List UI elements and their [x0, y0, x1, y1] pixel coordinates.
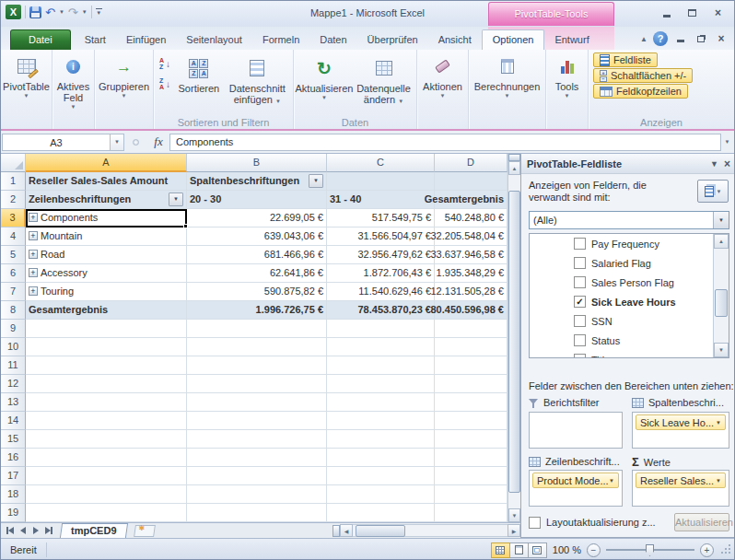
cell-D12[interactable]	[435, 375, 508, 393]
workbook-close-button[interactable]: ×	[714, 32, 729, 45]
cell-C4[interactable]: 31.566.504,97 €	[327, 228, 435, 246]
row-header-17[interactable]: 17	[1, 467, 26, 485]
row-header-18[interactable]: 18	[1, 485, 26, 504]
datenquelle-aendern-button[interactable]: Datenquelle ändern ▼	[354, 53, 414, 112]
cell-B15[interactable]	[187, 430, 327, 449]
first-sheet-icon[interactable]	[4, 525, 16, 537]
name-box-dropdown-icon[interactable]: ▼	[111, 134, 124, 151]
checkbox[interactable]	[574, 334, 586, 346]
cell-D18[interactable]	[435, 485, 508, 504]
tab-formeln[interactable]: Formeln	[252, 30, 309, 50]
name-box[interactable]: A3	[2, 134, 111, 151]
row-header-9[interactable]: 9	[1, 320, 26, 338]
berechnungen-button[interactable]: Berechnungen ▼	[470, 52, 544, 111]
zoom-slider[interactable]	[606, 549, 694, 551]
cell-A13[interactable]	[26, 393, 187, 412]
cell-D3[interactable]: 540.248,80 €	[435, 209, 508, 228]
row-header-13[interactable]: 13	[1, 393, 26, 412]
column-header-A[interactable]: A	[26, 154, 187, 172]
checkbox[interactable]	[574, 257, 586, 269]
schaltflaechen-toggle[interactable]: +− Schaltflächen +/-	[593, 68, 693, 83]
pane-close-icon[interactable]: ×	[724, 158, 730, 170]
cell-C12[interactable]	[327, 375, 435, 393]
field-pill-reseller-sales[interactable]: Reseller Sales... ▼	[636, 472, 726, 488]
previous-sheet-icon[interactable]	[17, 525, 29, 537]
field-item[interactable]: SSN	[530, 311, 729, 331]
update-button[interactable]: Aktualisieren	[674, 513, 729, 531]
cell-A7[interactable]: +Touring	[26, 283, 187, 301]
cell-C9[interactable]	[327, 320, 435, 338]
cell-A14[interactable]	[26, 412, 187, 430]
cell-B18[interactable]	[187, 485, 327, 504]
scroll-right-icon[interactable]: ▶	[508, 524, 520, 537]
sortieren-button[interactable]: AZ ZA Sortieren	[175, 53, 223, 112]
row-header-7[interactable]: 7	[1, 283, 26, 301]
select-all-corner[interactable]	[1, 154, 26, 172]
cell-B16[interactable]	[187, 449, 327, 467]
horizontal-scroll-thumb[interactable]	[356, 525, 405, 537]
cell-B17[interactable]	[187, 467, 327, 485]
workbook-restore-button[interactable]	[694, 32, 708, 45]
row-header-11[interactable]: 11	[1, 356, 26, 375]
cell-B2[interactable]: 20 - 30	[187, 191, 327, 209]
scroll-up-icon[interactable]: ▲	[714, 234, 729, 249]
page-layout-view-button[interactable]	[509, 542, 529, 558]
pane-menu-icon[interactable]: ▼	[710, 159, 718, 169]
row-header-1[interactable]: 1	[1, 172, 26, 191]
defer-layout-checkbox[interactable]	[529, 517, 541, 529]
split-handle[interactable]	[508, 154, 520, 161]
resize-grip[interactable]	[719, 544, 730, 555]
last-sheet-icon[interactable]	[42, 525, 54, 537]
feldliste-toggle[interactable]: Feldliste	[593, 52, 658, 67]
cell-C8[interactable]: 78.453.870,23 €	[327, 301, 435, 320]
horizontal-scrollbar[interactable]	[353, 524, 508, 537]
cell-C1[interactable]	[327, 172, 435, 191]
scroll-up-icon[interactable]: ▲	[508, 161, 520, 175]
scroll-down-icon[interactable]: ▼	[714, 343, 729, 357]
field-item[interactable]: ✓Sick Leave Hours	[530, 292, 729, 311]
tab-start[interactable]: Start	[75, 30, 116, 50]
checkbox[interactable]	[574, 238, 586, 250]
column-header-C[interactable]: C	[327, 154, 435, 172]
cell-D10[interactable]	[435, 338, 508, 356]
cell-B19[interactable]	[187, 504, 327, 522]
dropdown-arrow-icon[interactable]: ▼	[713, 212, 729, 228]
field-list-scrollbar[interactable]: ▲ ▼	[713, 234, 729, 357]
cell-B12[interactable]	[187, 375, 327, 393]
report-filter-area[interactable]	[529, 412, 623, 449]
restore-button[interactable]	[681, 6, 704, 20]
aktualisieren-button[interactable]: ↻ Aktualisieren ▼	[297, 53, 352, 112]
cell-A2[interactable]: ▼Zeilenbeschriftungen	[26, 191, 187, 209]
cell-A4[interactable]: +Mountain	[26, 228, 187, 246]
cell-C18[interactable]	[327, 485, 435, 504]
column-header-D[interactable]: D	[435, 154, 508, 172]
feldkopfzeilen-toggle[interactable]: Feldkopfzeilen	[593, 84, 688, 99]
workbook-minimize-button[interactable]	[673, 32, 688, 45]
gruppieren-button[interactable]: → Gruppieren ▼	[96, 52, 152, 111]
cell-D19[interactable]	[435, 504, 508, 522]
filter-dropdown-icon[interactable]: ▼	[309, 174, 323, 188]
cell-C2[interactable]: 31 - 40	[327, 191, 435, 209]
scroll-left-icon[interactable]: ◀	[340, 524, 353, 537]
cell-D13[interactable]	[435, 393, 508, 412]
zoom-in-button[interactable]: +	[700, 543, 714, 557]
row-header-10[interactable]: 10	[1, 338, 26, 356]
cell-A16[interactable]	[26, 449, 187, 467]
expand-icon[interactable]: +	[29, 231, 38, 240]
tab-optionen[interactable]: Optionen	[482, 29, 545, 50]
row-labels-area[interactable]: Product Mode... ▼	[529, 470, 623, 507]
show-fields-dropdown[interactable]: (Alle) ▼	[529, 211, 729, 229]
column-labels-area[interactable]: Sick Leave Ho... ▼	[632, 412, 729, 449]
cell-C11[interactable]	[327, 356, 435, 375]
pivottable-button[interactable]: PivotTable ▼	[2, 52, 51, 111]
cell-C19[interactable]	[327, 504, 435, 522]
cell-C16[interactable]	[327, 449, 435, 467]
expand-icon[interactable]: +	[29, 268, 38, 277]
expand-icon[interactable]: +	[29, 286, 38, 296]
cell-B1[interactable]: ▼Spaltenbeschriftungen	[187, 172, 327, 191]
cell-A1[interactable]: Reseller Sales-Sales Amount	[26, 172, 187, 191]
scroll-thumb[interactable]	[715, 289, 728, 317]
sort-descending-button[interactable]: ZA ↓	[158, 76, 172, 91]
row-header-6[interactable]: 6	[1, 264, 26, 283]
cell-B5[interactable]: 681.466,96 €	[187, 246, 327, 264]
